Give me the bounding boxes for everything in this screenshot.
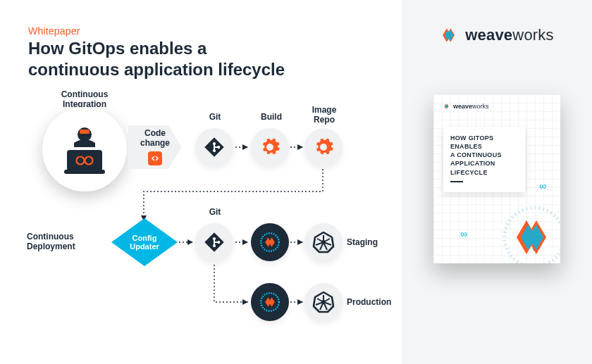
whitepaper-thumbnail: weaveworks HOW GITOPSENABLESA CONTINUOUS… [433, 94, 560, 263]
infinity-icon: ∞ [460, 228, 467, 239]
config-updater-label: ConfigUpdater [130, 234, 159, 251]
git-node-2 [195, 223, 233, 261]
thumbnail-brand: weaveworks [443, 103, 489, 110]
git-node [195, 128, 233, 166]
flux-icon [258, 290, 282, 314]
svg-point-16 [321, 144, 326, 150]
weave-icon [443, 103, 450, 110]
infinity-icon: ∞ [539, 180, 546, 192]
brand-text: weaveworks [465, 26, 554, 44]
kubernetes-node-production [304, 283, 343, 321]
svg-point-29 [321, 240, 326, 244]
git-icon [204, 137, 225, 158]
code-icon [148, 151, 162, 165]
sidebar-panel: weaveworks weaveworks HOW GITOPSENABLESA… [402, 0, 592, 364]
svg-rect-9 [64, 170, 105, 174]
gitops-diagram: ContinuousIntegration Codechange Git [28, 93, 395, 346]
svg-point-39 [321, 300, 326, 304]
developer-icon [57, 122, 112, 177]
git-label: Git [204, 113, 226, 123]
staging-label: Staging [347, 238, 386, 248]
config-updater-node: ConfigUpdater [111, 218, 178, 266]
production-label: Production [347, 298, 396, 308]
gear-icon [313, 137, 334, 158]
title-line-2: continuous application lifecycle [28, 60, 285, 79]
code-change-label: Codechange [140, 129, 170, 149]
cd-label: ContinuousDeployment [27, 232, 82, 252]
eyebrow: Whitepaper [28, 25, 395, 37]
image-repo-node [304, 128, 343, 166]
weave-large-icon [495, 199, 560, 263]
gear-icon [259, 137, 280, 158]
git-icon [204, 232, 225, 253]
svg-rect-7 [80, 130, 90, 134]
flux-node-staging [251, 223, 289, 261]
flux-node-production [251, 283, 289, 321]
flux-icon [258, 230, 282, 254]
code-change-step: Codechange [128, 125, 182, 169]
developer-node [42, 107, 127, 192]
kubernetes-icon [312, 291, 335, 313]
svg-point-15 [267, 144, 273, 150]
kubernetes-icon [312, 231, 335, 253]
build-node [251, 128, 289, 166]
thumbnail-title: HOW GITOPSENABLESA CONTINUOUSAPPLICATION… [450, 134, 518, 177]
image-repo-label: ImageRepo [309, 106, 340, 125]
git-label-2: Git [204, 208, 226, 218]
title-underline [450, 181, 463, 182]
main-panel: Whitepaper How GitOps enables a continuo… [0, 0, 402, 364]
build-label: Build [257, 113, 285, 123]
brand-logo: weaveworks [423, 25, 571, 45]
title-line-1: How GitOps enables a [28, 39, 206, 58]
kubernetes-node-staging [304, 223, 343, 261]
page-title: How GitOps enables a continuous applicat… [28, 38, 395, 80]
thumbnail-title-card: HOW GITOPSENABLESA CONTINUOUSAPPLICATION… [443, 127, 525, 192]
weave-icon [440, 25, 460, 45]
